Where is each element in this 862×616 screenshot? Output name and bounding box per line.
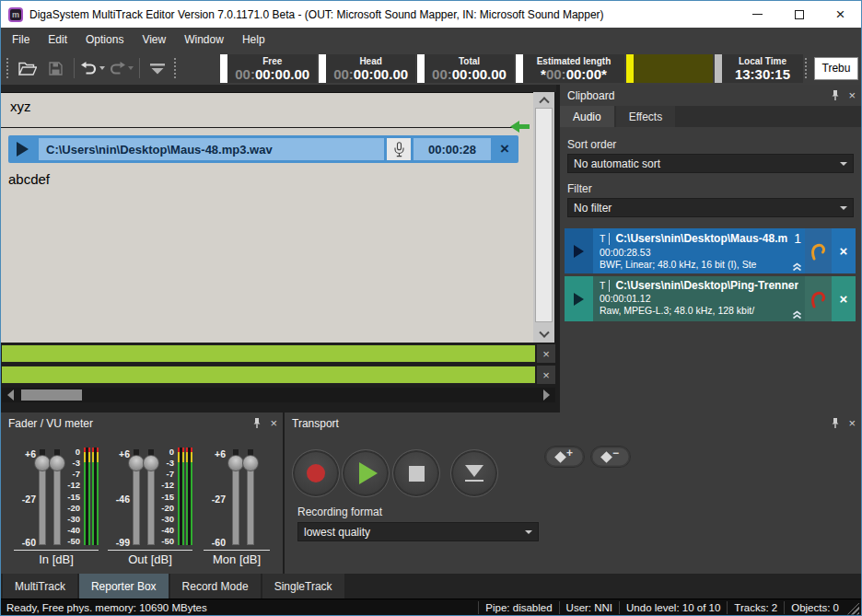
sort-order-select[interactable]: No automatic sort bbox=[567, 154, 854, 173]
close-button[interactable]: × bbox=[820, 1, 861, 28]
bottom-panels: Fader / VU meter × +6 -27 -60 0-3-7-12-1… bbox=[1, 413, 861, 574]
toolbar-grip[interactable] bbox=[6, 58, 11, 78]
panel-close-button[interactable]: × bbox=[848, 88, 856, 102]
menu-help[interactable]: Help bbox=[233, 29, 274, 51]
fader-panel-title: Fader / VU meter bbox=[8, 417, 93, 430]
object-record-button[interactable] bbox=[387, 138, 411, 160]
item-play-button[interactable] bbox=[565, 276, 593, 321]
clipboard-item[interactable]: T C:\Users\nin\Desktop\Maus-48.m 1 00:00… bbox=[565, 228, 856, 273]
open-button[interactable] bbox=[14, 54, 42, 82]
lane-2-close-button[interactable]: × bbox=[537, 366, 555, 384]
item-delete-button[interactable]: × bbox=[832, 276, 856, 321]
counter-strip bbox=[417, 54, 425, 83]
pin-icon bbox=[831, 417, 840, 429]
item-count: 1 bbox=[794, 231, 801, 246]
drop-marker-button[interactable] bbox=[144, 54, 172, 82]
track-lane-2[interactable] bbox=[2, 366, 535, 384]
close-icon: × bbox=[270, 416, 277, 430]
item-play-button[interactable] bbox=[565, 228, 593, 273]
redo-dropdown-arrow[interactable] bbox=[128, 66, 134, 70]
funnel-down-icon bbox=[149, 63, 166, 75]
menu-options[interactable]: Options bbox=[76, 29, 133, 51]
item-delete-button[interactable]: × bbox=[832, 228, 856, 273]
toolbar-grip[interactable] bbox=[805, 58, 810, 78]
fader-slider[interactable] bbox=[242, 449, 259, 545]
save-button[interactable] bbox=[42, 54, 71, 82]
pin-button[interactable] bbox=[831, 89, 840, 101]
chevron-double-up-icon[interactable] bbox=[791, 262, 803, 272]
counter-total: Total 00:00:00.00 bbox=[417, 54, 514, 83]
editor-canvas[interactable]: xyz C:\Users\nin\Desktop\Maus-48.mp3.wav… bbox=[1, 92, 533, 343]
panel-close-button[interactable]: × bbox=[270, 416, 277, 430]
object-close-button[interactable]: × bbox=[491, 140, 518, 158]
fader-min-label: -99 bbox=[108, 537, 130, 548]
stop-button[interactable] bbox=[392, 449, 440, 497]
redo-button[interactable] bbox=[107, 54, 135, 82]
tab-singletrack[interactable]: SingleTrack bbox=[262, 574, 344, 599]
level-meter bbox=[626, 54, 713, 83]
item-marker: T bbox=[600, 233, 605, 244]
filter-select[interactable]: No filter bbox=[567, 198, 854, 217]
panel-close-button[interactable]: × bbox=[848, 416, 856, 430]
object-file-path[interactable]: C:\Users\nin\Desktop\Maus-48.mp3.wav bbox=[39, 138, 384, 160]
audio-object-bar[interactable]: C:\Users\nin\Desktop\Maus-48.mp3.wav 00:… bbox=[8, 135, 518, 163]
fader-min-label: -60 bbox=[204, 537, 226, 548]
transport-panel-header: Transport × bbox=[285, 413, 861, 434]
editor-horizontal-scrollbar[interactable] bbox=[2, 388, 555, 402]
resize-grip[interactable] bbox=[847, 603, 859, 615]
tab-multitrack[interactable]: MultiTrack bbox=[3, 574, 77, 599]
add-marker-button[interactable]: + bbox=[544, 446, 585, 468]
menu-file[interactable]: File bbox=[3, 29, 39, 51]
counter-value: *00:00:00* bbox=[541, 67, 607, 82]
lane-1-close-button[interactable]: × bbox=[537, 344, 555, 363]
tab-audio[interactable]: Audio bbox=[560, 106, 614, 127]
scroll-down-button[interactable] bbox=[533, 328, 554, 343]
diamond-minus-icon bbox=[600, 451, 612, 463]
item-listen-button[interactable] bbox=[805, 228, 832, 273]
tab-reporter-box[interactable]: Reporter Box bbox=[79, 574, 169, 599]
horizontal-scroll-thumb[interactable] bbox=[21, 389, 82, 401]
item-info[interactable]: T C:\Users\nin\Desktop\Maus-48.m 1 00:00… bbox=[593, 228, 805, 273]
tab-effects[interactable]: Effects bbox=[616, 106, 675, 127]
close-icon: × bbox=[836, 6, 845, 22]
chevron-down-icon bbox=[539, 328, 549, 338]
folder-open-icon bbox=[18, 62, 37, 76]
goto-end-button[interactable] bbox=[450, 449, 498, 497]
item-info[interactable]: T C:\Users\nin\Desktop\Ping-Trenner.M 00… bbox=[593, 276, 805, 321]
track-lane-1[interactable] bbox=[2, 344, 535, 363]
record-button[interactable] bbox=[292, 449, 340, 497]
item-listen-button[interactable] bbox=[805, 276, 832, 321]
vertical-scroll-thumb[interactable] bbox=[535, 108, 553, 322]
undo-dropdown-arrow[interactable] bbox=[99, 66, 105, 70]
chevron-down-icon bbox=[840, 206, 847, 210]
status-undo-level: Undo level: 10 of 10 bbox=[619, 601, 727, 614]
scroll-right-button[interactable] bbox=[537, 388, 555, 402]
maximize-button[interactable] bbox=[778, 1, 820, 28]
clipboard-item[interactable]: T C:\Users\nin\Desktop\Ping-Trenner.M 00… bbox=[565, 276, 856, 321]
menu-edit[interactable]: Edit bbox=[39, 29, 76, 51]
counter-estimated-length: Estimated length *00:00:00* bbox=[516, 54, 624, 83]
menu-view[interactable]: View bbox=[133, 29, 175, 51]
tab-record-mode[interactable]: Record Mode bbox=[170, 574, 261, 599]
fader-group-label: Out [dB] bbox=[108, 552, 192, 566]
minimize-button[interactable] bbox=[737, 1, 778, 28]
object-play-button[interactable] bbox=[8, 142, 36, 157]
main-area: xyz C:\Users\nin\Desktop\Maus-48.mp3.wav… bbox=[1, 85, 861, 413]
track-lane-row: × bbox=[1, 344, 556, 363]
editor-vertical-scrollbar[interactable] bbox=[533, 92, 554, 343]
chevron-double-up-icon[interactable] bbox=[791, 310, 803, 320]
pin-button[interactable] bbox=[252, 417, 262, 429]
scroll-left-button[interactable] bbox=[2, 388, 19, 402]
fader-knob[interactable] bbox=[242, 455, 259, 471]
recording-format-select[interactable]: lowest quality bbox=[297, 522, 539, 541]
remove-marker-button[interactable]: − bbox=[590, 446, 631, 468]
scroll-up-button[interactable] bbox=[533, 92, 554, 107]
menu-window[interactable]: Window bbox=[175, 29, 233, 51]
font-select-button[interactable]: Trebu bbox=[814, 57, 858, 80]
fader-mid-label: -46 bbox=[108, 494, 130, 505]
toolbar-grip[interactable] bbox=[174, 58, 179, 78]
fader-min-label: -60 bbox=[14, 537, 36, 548]
pin-button[interactable] bbox=[831, 417, 840, 429]
undo-button[interactable] bbox=[78, 54, 107, 82]
play-button[interactable] bbox=[342, 449, 390, 497]
